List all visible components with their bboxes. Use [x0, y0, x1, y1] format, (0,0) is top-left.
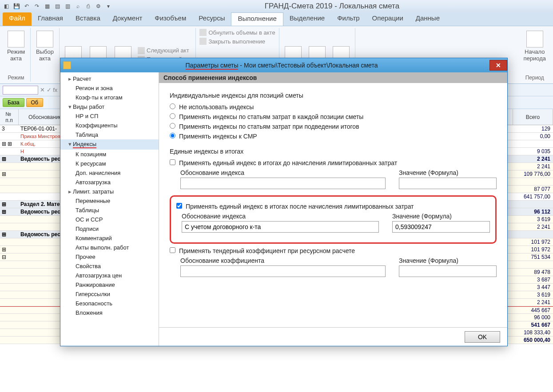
- undo-icon[interactable]: ↶: [22, 2, 31, 11]
- field-label: Обоснование коэффициента: [180, 257, 386, 264]
- tree-node[interactable]: Ранжирование: [60, 280, 159, 289]
- tab-ob[interactable]: Об: [26, 98, 43, 107]
- radio-option-3[interactable]: Применять индексы к СМР: [170, 133, 497, 140]
- radio-option-1[interactable]: Применять индексы по статьям затрат в ка…: [170, 113, 497, 120]
- tree-node[interactable]: Таблица: [60, 130, 159, 139]
- tree-node[interactable]: Акты выполн. работ: [60, 243, 159, 252]
- field-label: Значение (Формула): [399, 257, 497, 264]
- tree-node[interactable]: ▸Расчет: [60, 74, 159, 83]
- select-act-button[interactable]: Выбор акта: [34, 29, 56, 63]
- tree-node[interactable]: Подписи: [60, 224, 159, 234]
- tree-node[interactable]: Доп. начисления: [60, 168, 159, 178]
- field-label: Значение (Формула): [399, 169, 497, 176]
- quick-access-toolbar: ◧ 💾 ↶ ↷ ▦ ▤ ▥ ⌕ ⎙ ⚙ ▾: [2, 2, 113, 11]
- qat-icon[interactable]: ▦: [43, 2, 52, 11]
- tree-node[interactable]: ▾Индексы: [60, 139, 159, 150]
- mode-button[interactable]: Режим акта: [5, 29, 27, 63]
- params-dialog: Параметры сметы - Мои сметы\Тестовый объ…: [60, 58, 508, 346]
- tree-node[interactable]: Автозагрузка: [60, 178, 159, 187]
- tree-node[interactable]: Коэф-ты к итогам: [60, 93, 159, 102]
- ribbon-tab-8[interactable]: Фильтр: [331, 12, 366, 26]
- field-label: Значение (Формула): [392, 213, 490, 220]
- ribbon-tab-2[interactable]: Вставка: [69, 12, 107, 26]
- tree-node[interactable]: Коэффициенты: [60, 121, 159, 130]
- save-icon[interactable]: 💾: [12, 2, 21, 11]
- tree-node[interactable]: Регион и зона: [60, 83, 159, 93]
- chk-before-limit-input[interactable]: [170, 159, 175, 165]
- cell-ref-input[interactable]: [3, 86, 38, 95]
- qat-icon[interactable]: ⎙: [84, 2, 92, 11]
- ribbon-tab-4[interactable]: Физобъем: [148, 12, 192, 26]
- tree-node[interactable]: ▾Виды работ: [60, 102, 159, 111]
- qat-icon[interactable]: ⌕: [73, 2, 82, 11]
- qat-icon[interactable]: ◧: [2, 2, 11, 11]
- reset-icon: [199, 29, 207, 36]
- close-icon: [199, 38, 207, 45]
- qat-icon[interactable]: ⚙: [94, 2, 103, 11]
- ribbon-tab-10[interactable]: Данные: [410, 12, 446, 26]
- dialog-icon: [63, 61, 71, 69]
- radio-option-2[interactable]: Применять индексы по статьям затрат при …: [170, 123, 497, 130]
- qat-dropdown-icon[interactable]: ▾: [104, 2, 113, 11]
- ribbon-group-mode: Режим акта Режим: [2, 28, 31, 82]
- titlebar: ◧ 💾 ↶ ↷ ▦ ▤ ▥ ⌕ ⎙ ⚙ ▾ ГРАНД-Смета 2019 -…: [0, 0, 553, 12]
- radio-input[interactable]: [170, 103, 175, 109]
- col-num: № п.п: [0, 109, 19, 125]
- redo-icon[interactable]: ↷: [32, 2, 41, 11]
- group-label: Режим: [8, 75, 24, 81]
- ribbon-tab-9[interactable]: Операции: [366, 12, 410, 26]
- tree-node[interactable]: Таблицы: [60, 206, 159, 215]
- chk-after-limit-input[interactable]: [176, 203, 182, 209]
- tree-node[interactable]: К ресурсам: [60, 159, 159, 168]
- ribbon-tab-5[interactable]: Ресурсы: [192, 12, 231, 26]
- select-act-icon: [36, 31, 53, 48]
- tree-node[interactable]: Прочее: [60, 252, 159, 261]
- znach1-input[interactable]: [399, 178, 497, 189]
- obosn1-input[interactable]: [180, 178, 386, 189]
- obosn2-input[interactable]: [182, 221, 379, 233]
- fx-icon[interactable]: ✕ ✓ fx: [40, 87, 57, 93]
- arrow-right-icon: [138, 47, 145, 54]
- radio-input[interactable]: [170, 133, 175, 139]
- field-label: Обоснование индекса: [180, 169, 386, 176]
- znach3-input[interactable]: [399, 265, 497, 277]
- chk-tender[interactable]: Применять тендерный коэффициент при ресу…: [170, 247, 497, 254]
- period-start-button[interactable]: Начало периода: [521, 29, 548, 63]
- znach2-input[interactable]: [392, 221, 490, 233]
- group-label: Период: [525, 75, 544, 81]
- tree-node[interactable]: ОС и ССР: [60, 215, 159, 224]
- close-exec-button[interactable]: Закрыть выполнение: [199, 38, 275, 45]
- radio-option-0[interactable]: Не использовать индексы: [170, 103, 497, 111]
- tree-node[interactable]: Переменные: [60, 196, 159, 206]
- tree-node[interactable]: Безопасность: [60, 299, 159, 308]
- dialog-close-button[interactable]: ✕: [489, 60, 507, 71]
- tree-node[interactable]: Вложения: [60, 308, 159, 317]
- tree-node[interactable]: НР и СП: [60, 111, 159, 121]
- ribbon-tab-0[interactable]: Файл: [3, 12, 32, 26]
- chk-after-limit[interactable]: Применять единый индекс в итогах после н…: [176, 203, 490, 210]
- tab-baza[interactable]: База: [3, 98, 24, 107]
- next-act-button[interactable]: Следующий акт: [138, 47, 192, 54]
- ok-button[interactable]: OK: [465, 331, 500, 343]
- ribbon-tab-7[interactable]: Выделение: [283, 12, 331, 26]
- qat-icon[interactable]: ▥: [63, 2, 72, 11]
- chk-tender-input[interactable]: [170, 247, 175, 253]
- ribbon-tab-6[interactable]: Выполнение: [231, 12, 283, 26]
- chk-before-limit[interactable]: Применять единый индекс в итогах до начи…: [170, 159, 497, 166]
- tree-node[interactable]: К позициям: [60, 150, 159, 159]
- tree-node[interactable]: ▸Лимит. затраты: [60, 187, 159, 196]
- dialog-nav-tree: ▸РасчетРегион и зонаКоэф-ты к итогам▾Вид…: [60, 72, 159, 346]
- reset-volumes-button[interactable]: Обнулить объемы в акте: [199, 29, 275, 36]
- ribbon-group-period: Начало периода Период: [518, 28, 551, 82]
- ribbon-tab-1[interactable]: Главная: [32, 12, 69, 26]
- dialog-titlebar[interactable]: Параметры сметы - Мои сметы\Тестовый объ…: [60, 58, 507, 72]
- obosn3-input[interactable]: [180, 265, 386, 277]
- radio-input[interactable]: [170, 123, 175, 129]
- tree-node[interactable]: Гиперссылки: [60, 289, 159, 299]
- tree-node[interactable]: Комментарий: [60, 234, 159, 243]
- tree-node[interactable]: Автозагрузка цен: [60, 271, 159, 280]
- radio-input[interactable]: [170, 113, 175, 119]
- ribbon-tab-3[interactable]: Документ: [107, 12, 149, 26]
- tree-node[interactable]: Свойства: [60, 261, 159, 271]
- qat-icon[interactable]: ▤: [53, 2, 62, 11]
